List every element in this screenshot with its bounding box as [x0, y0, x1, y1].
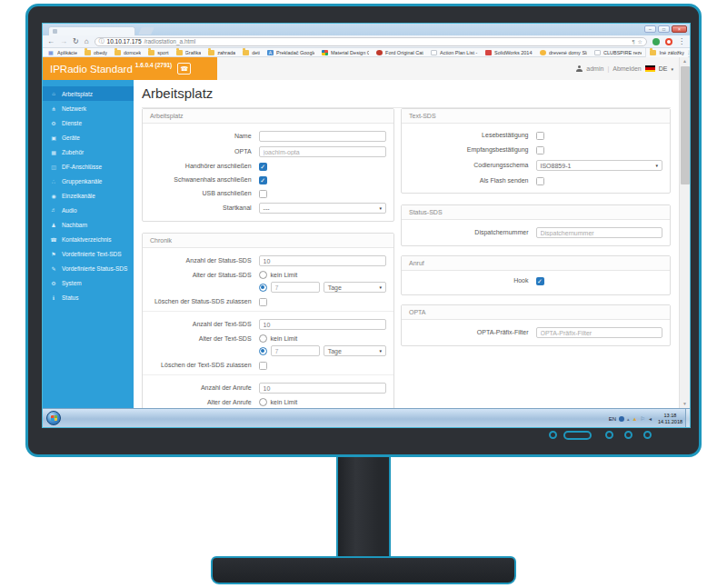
als-flash-senden-checkbox[interactable]	[536, 177, 544, 185]
kein-limit-radio[interactable]	[259, 334, 267, 343]
sidebar-item[interactable]: ▦ Zubehör	[43, 145, 134, 159]
limit-radio[interactable]	[259, 347, 267, 355]
close-button[interactable]: ×	[672, 25, 687, 33]
sidebar-item[interactable]: ▣ Geräte	[43, 130, 134, 145]
extension-icon-red[interactable]	[665, 38, 672, 45]
sidebar-item[interactable]: ⚙ System	[43, 275, 134, 290]
sidebar-item[interactable]: ⚑ Vordefinierte Text-SDS	[43, 246, 134, 261]
sidebar-item[interactable]: ⌂ Arbeitsplatz	[43, 86, 134, 101]
codierungsschema-select[interactable]: ISO8859-1▾	[536, 160, 663, 171]
sidebar-item[interactable]: ☎ Kontaktverzeichnis	[43, 232, 134, 246]
minimize-button[interactable]: –	[644, 25, 656, 33]
refresh-icon[interactable]: ↻	[73, 38, 79, 45]
sidebar-item[interactable]: ∴ Gruppenkanäle	[43, 174, 134, 188]
alter-status-input[interactable]	[271, 282, 320, 293]
sidebar-item[interactable]: ♬ Audio	[43, 203, 134, 217]
site-info-icon[interactable]: ⓘ	[99, 37, 105, 45]
alter-text-input[interactable]	[271, 345, 320, 356]
anzahl-text-input[interactable]	[259, 319, 386, 330]
tray-app-icon[interactable]	[619, 416, 624, 422]
anzahl-anrufe-input[interactable]	[259, 383, 386, 394]
page-scrollbar[interactable]: ▲ ▼	[679, 57, 690, 408]
handhoerer-checkbox[interactable]: ✓	[259, 163, 267, 171]
panel-chronik: Chronik Anzahl der Status-SDS Alter der …	[142, 233, 394, 408]
bookmark-item[interactable]: domcek	[115, 50, 141, 55]
bookmark-item[interactable]: Aplikácie	[48, 50, 77, 55]
browser-tab[interactable]	[48, 26, 135, 35]
field-hook: Hook ✓	[409, 276, 662, 285]
chevron-down-icon: ▾	[671, 66, 673, 72]
dispatchernummer-input[interactable]	[536, 227, 663, 238]
language-flag-icon	[645, 65, 655, 72]
bookmark-item[interactable]: zahrada	[208, 50, 235, 55]
startkanal-select[interactable]: ---▾	[259, 203, 386, 214]
anzahl-status-input[interactable]	[259, 255, 386, 266]
bookmark-icon	[115, 50, 121, 55]
language-selector[interactable]: DE	[659, 65, 668, 72]
sidebar-item[interactable]: ⚙ Dienste	[43, 115, 134, 130]
url-bar[interactable]: ⓘ 10.10.17.175 /radiostation_a.html ¶ ☆	[95, 37, 647, 46]
sidebar-item[interactable]: ✎ Vordefinierte Status-SDS	[43, 261, 134, 275]
sidebar-item-icon: ⋔	[50, 105, 57, 112]
opta-input[interactable]	[259, 146, 386, 157]
bookmark-item[interactable]: obedy	[85, 50, 107, 55]
tray-language-indicator[interactable]: EN	[609, 416, 616, 422]
tray-clock[interactable]: 13:18 14.11.2018	[658, 413, 682, 425]
hook-checkbox[interactable]: ✓	[536, 277, 544, 285]
field-opta-praefix-filter: OPTA-Präfix-Filter	[409, 327, 662, 338]
bookmark-item[interactable]: Action Plan List - Co	[431, 50, 478, 55]
empfangsbestaetigung-checkbox[interactable]	[536, 146, 544, 154]
clock-date: 14.11.2018	[658, 419, 682, 425]
usb-checkbox[interactable]	[259, 190, 267, 198]
bookmark-item[interactable]: Ford Original Catalog	[376, 50, 423, 55]
panel-anruf-title: Anruf	[402, 256, 670, 271]
bookmark-item[interactable]: drevené domy Slan	[540, 50, 587, 55]
browser-menu-icon[interactable]: ⋮	[678, 37, 685, 45]
bookmark-icon	[540, 50, 546, 55]
reader-icon[interactable]: ¶	[632, 39, 634, 45]
sidebar-item[interactable]: ♟ Nachbarn	[43, 217, 134, 232]
new-tab-button[interactable]	[138, 27, 154, 35]
tray-shield-icon[interactable]: ▲	[632, 416, 638, 422]
other-bookmarks[interactable]: Iné záložky	[645, 48, 688, 57]
sidebar-item[interactable]: ℹ Status	[43, 290, 134, 304]
bookmark-item[interactable]: sport	[148, 50, 168, 55]
start-button[interactable]	[46, 411, 61, 425]
show-desktop-button[interactable]	[685, 409, 690, 428]
tray-action-center-icon[interactable]: ⚐	[641, 416, 645, 422]
field-lesebestaetigung: Lesebestätigung	[409, 131, 662, 140]
scroll-up-icon[interactable]: ▲	[680, 57, 690, 65]
scrollbar-thumb[interactable]	[681, 66, 690, 184]
name-input[interactable]	[259, 131, 386, 142]
monitor-button-1	[605, 431, 613, 439]
loeschen-text-checkbox[interactable]	[259, 362, 267, 370]
bookmark-item[interactable]: deti	[243, 50, 260, 55]
tray-volume-icon[interactable]: ◄	[648, 416, 652, 422]
sidebar-item[interactable]: ⋔ Netzwerk	[43, 101, 134, 115]
scroll-down-icon[interactable]: ▼	[680, 400, 690, 408]
bookmark-item[interactable]: Prekladač Google	[267, 50, 314, 55]
loeschen-status-checkbox[interactable]	[259, 298, 267, 306]
tray-expand-icon[interactable]: ▴	[627, 416, 630, 422]
bookmark-item[interactable]: SolidWorks 2014 - T	[485, 50, 533, 55]
lesebestaetigung-checkbox[interactable]	[536, 132, 544, 140]
sidebar-item[interactable]: ◉ Einzelkanäle	[43, 188, 134, 203]
sidebar-item[interactable]: ◫ DF-Anschlüsse	[43, 159, 134, 174]
alter-text-unit-select[interactable]: Tage▾	[324, 345, 386, 356]
kein-limit-radio[interactable]	[259, 271, 267, 279]
limit-radio[interactable]	[259, 284, 267, 292]
bookmark-item[interactable]: Material Design Colo	[322, 50, 369, 55]
extension-icon-green[interactable]	[652, 38, 660, 45]
bookmark-star-icon[interactable]: ☆	[638, 38, 642, 45]
alter-status-unit-select[interactable]: Tage▾	[324, 282, 386, 293]
forward-icon[interactable]: →	[60, 38, 67, 45]
back-icon[interactable]: ←	[47, 38, 55, 45]
kein-limit-radio[interactable]	[259, 398, 267, 406]
logout-link[interactable]: Abmelden	[612, 65, 642, 72]
bookmark-item[interactable]: Grafika	[176, 50, 202, 55]
home-icon[interactable]: ⌂	[85, 38, 89, 45]
schwanenhals-checkbox[interactable]: ✓	[259, 176, 267, 184]
bookmark-item[interactable]: CLUBSPIRE rezervác	[594, 50, 642, 55]
opta-praefix-filter-input[interactable]	[536, 327, 663, 338]
maximize-button[interactable]: □	[658, 25, 670, 33]
